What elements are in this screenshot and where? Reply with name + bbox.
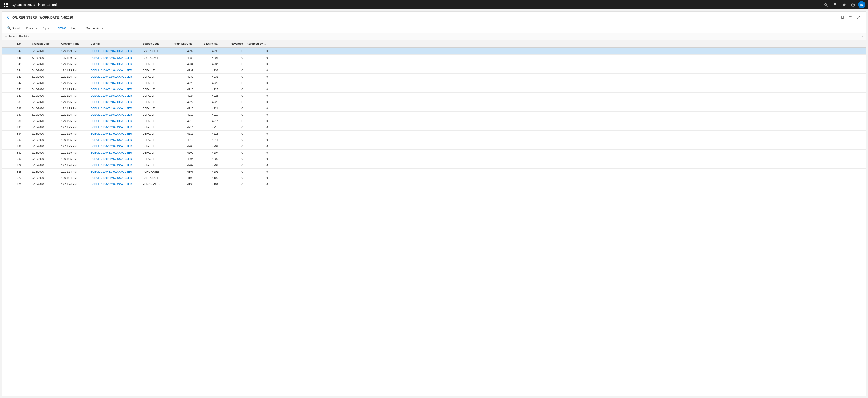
table-row[interactable]: 8295/18/202012:21:24 PMBCBUILD100V3246\L… xyxy=(2,162,866,168)
cell-user-id[interactable]: BCBUILD100V3246\LOCALUSER xyxy=(89,55,141,60)
cell-creation-date: 5/18/2020 xyxy=(30,112,59,117)
waffle-menu-button[interactable] xyxy=(3,1,10,8)
cell-source-code: DEFAULT xyxy=(141,144,170,149)
back-button[interactable] xyxy=(6,15,10,20)
cell-user-id[interactable]: BCBUILD100V3246\LOCALUSER xyxy=(89,150,141,155)
cell-user-id[interactable]: BCBUILD100V3246\LOCALUSER xyxy=(89,182,141,187)
table-row[interactable]: 8365/18/202012:21:25 PMBCBUILD100V3246\L… xyxy=(2,118,866,124)
cell-menu[interactable]: ⋯ xyxy=(23,48,30,55)
col-header-reversed-by[interactable]: Reversed by Reg. No. xyxy=(245,41,270,47)
cell-user-id[interactable]: BCBUILD100V3246\LOCALUSER xyxy=(89,87,141,92)
cell-user-id[interactable]: BCBUILD100V3246\LOCALUSER xyxy=(89,74,141,79)
table-row[interactable]: 847⋯5/18/202012:21:29 PMBCBUILD100V3246\… xyxy=(2,48,866,55)
table-row[interactable]: 8395/18/202012:21:25 PMBCBUILD100V3246\L… xyxy=(2,99,866,105)
notifications-icon-btn[interactable] xyxy=(831,1,839,9)
table-row[interactable]: 8465/18/202012:21:29 PMBCBUILD100V3246\L… xyxy=(2,55,866,61)
cell-user-id[interactable]: BCBUILD100V3246\LOCALUSER xyxy=(89,163,141,168)
toolbar-page-button[interactable]: Page xyxy=(69,25,81,31)
svg-rect-1 xyxy=(6,3,7,4)
bookmark-button[interactable] xyxy=(839,14,846,21)
cell-creation-time: 12:21:25 PM xyxy=(59,138,89,142)
cell-user-id[interactable]: BCBUILD100V3246\LOCALUSER xyxy=(89,100,141,105)
table-row[interactable]: 8455/18/202012:21:26 PMBCBUILD100V3246\L… xyxy=(2,61,866,67)
table-row[interactable]: 8415/18/202012:21:25 PMBCBUILD100V3246\L… xyxy=(2,86,866,93)
page-header: G/L REGISTERS | WORK DATE: 4/6/2020 xyxy=(2,11,866,24)
table-row[interactable]: 8435/18/202012:21:25 PMBCBUILD100V3246\L… xyxy=(2,74,866,80)
settings-icon-btn[interactable] xyxy=(840,1,848,9)
filter-button[interactable] xyxy=(848,24,856,32)
cell-user-id[interactable]: BCBUILD100V3246\LOCALUSER xyxy=(89,80,141,86)
col-header-source-code[interactable]: Source Code xyxy=(141,41,170,47)
table-row[interactable]: 8385/18/202012:21:25 PMBCBUILD100V3246\L… xyxy=(2,105,866,111)
table-row[interactable]: 8305/18/202012:21:25 PMBCBUILD100V3246\L… xyxy=(2,156,866,162)
cell-user-id[interactable]: BCBUILD100V3246\LOCALUSER xyxy=(89,131,141,136)
row-context-menu-button[interactable]: ⋯ xyxy=(25,48,30,54)
cell-user-id[interactable]: BCBUILD100V3246\LOCALUSER xyxy=(89,68,141,73)
table-row[interactable]: 8425/18/202012:21:25 PMBCBUILD100V3246\L… xyxy=(2,80,866,86)
cell-reversed: 0 xyxy=(220,169,245,174)
cell-menu xyxy=(23,101,30,103)
table-row[interactable]: 8375/18/202012:21:25 PMBCBUILD100V3246\L… xyxy=(2,111,866,118)
cell-user-id[interactable]: BCBUILD100V3246\LOCALUSER xyxy=(89,119,141,124)
table-row[interactable]: 8275/18/202012:21:24 PMBCBUILD100V3246\L… xyxy=(2,175,866,181)
cell-creation-date: 5/18/2020 xyxy=(30,131,59,136)
table-row[interactable]: 8445/18/202012:21:25 PMBCBUILD100V3246\L… xyxy=(2,67,866,74)
open-new-button[interactable] xyxy=(847,14,854,21)
cell-reversed-by: 0 xyxy=(245,80,270,86)
cell-creation-date: 5/18/2020 xyxy=(30,106,59,111)
cell-user-id[interactable]: BCBUILD100V3246\LOCALUSER xyxy=(89,48,141,54)
cell-user-id[interactable]: BCBUILD100V3246\LOCALUSER xyxy=(89,175,141,180)
cell-creation-time: 12:21:29 PM xyxy=(59,55,89,60)
col-header-creation-time[interactable]: Creation Time xyxy=(59,41,89,47)
user-avatar[interactable]: IK xyxy=(858,1,865,8)
svg-rect-6 xyxy=(4,6,5,7)
table-row[interactable]: 8345/18/202012:21:25 PMBCBUILD100V3246\L… xyxy=(2,131,866,137)
table-row[interactable]: 8285/18/202012:21:24 PMBCBUILD100V3246\L… xyxy=(2,168,866,175)
toolbar-search-button[interactable]: 🔍 Search xyxy=(5,25,23,31)
cell-user-id[interactable]: BCBUILD100V3246\LOCALUSER xyxy=(89,144,141,149)
cell-to-entry: 4219 xyxy=(195,112,220,117)
search-icon-btn[interactable] xyxy=(822,1,830,9)
table-row[interactable]: 8405/18/202012:21:25 PMBCBUILD100V3246\L… xyxy=(2,93,866,99)
cell-reversed: 0 xyxy=(220,93,245,98)
col-header-creation-date[interactable]: Creation Date xyxy=(30,41,59,47)
col-header-user-id[interactable]: User ID xyxy=(89,41,141,47)
cell-source-code: DEFAULT xyxy=(141,80,170,86)
cell-from-entry: 4210 xyxy=(170,138,195,142)
table-row[interactable]: 8325/18/202012:21:25 PMBCBUILD100V3246\L… xyxy=(2,143,866,150)
view-toggle-button[interactable] xyxy=(856,24,863,32)
cell-source-code: DEFAULT xyxy=(141,93,170,98)
table-row[interactable]: 8265/18/202012:21:24 PMBCBUILD100V3246\L… xyxy=(2,181,866,188)
col-header-reversed[interactable]: Reversed xyxy=(220,41,245,47)
cell-user-id[interactable]: BCBUILD100V3246\LOCALUSER xyxy=(89,157,141,162)
help-icon-btn[interactable]: ? xyxy=(849,1,857,9)
toolbar-report-button[interactable]: Report xyxy=(39,25,53,31)
col-header-from-entry[interactable]: From Entry No. xyxy=(170,41,195,47)
cell-to-entry: 4213 xyxy=(195,131,220,136)
col-header-to-entry[interactable]: To Entry No. xyxy=(195,41,220,47)
cell-menu xyxy=(23,177,30,179)
cell-reversed-by: 0 xyxy=(245,175,270,180)
toolbar-reverse-button[interactable]: Reverse xyxy=(53,25,68,31)
cell-user-id[interactable]: BCBUILD100V3246\LOCALUSER xyxy=(89,138,141,142)
cell-reversed: 0 xyxy=(220,150,245,155)
table-row[interactable]: 8315/18/202012:21:25 PMBCBUILD100V3246\L… xyxy=(2,150,866,156)
cell-menu xyxy=(23,120,30,122)
expand-button[interactable] xyxy=(855,14,862,21)
cell-user-id[interactable]: BCBUILD100V3246\LOCALUSER xyxy=(89,93,141,98)
cell-reversed-by: 0 xyxy=(245,93,270,98)
col-header-no[interactable]: No. xyxy=(3,41,23,47)
cell-user-id[interactable]: BCBUILD100V3246\LOCALUSER xyxy=(89,169,141,174)
cell-user-id[interactable]: BCBUILD100V3246\LOCALUSER xyxy=(89,125,141,130)
toolbar: 🔍 Search Process Report Reverse Page Mor… xyxy=(2,24,866,33)
cell-user-id[interactable]: BCBUILD100V3246\LOCALUSER xyxy=(89,62,141,67)
toolbar-process-button[interactable]: Process xyxy=(24,25,39,31)
cell-user-id[interactable]: BCBUILD100V3246\LOCALUSER xyxy=(89,112,141,117)
table-row[interactable]: 8355/18/202012:21:25 PMBCBUILD100V3246\L… xyxy=(2,124,866,131)
toolbar-more-button[interactable]: More options xyxy=(84,25,105,31)
cell-user-id[interactable]: BCBUILD100V3246\LOCALUSER xyxy=(89,106,141,111)
table-area[interactable]: 847⋯5/18/202012:21:29 PMBCBUILD100V3246\… xyxy=(2,48,866,396)
table-row[interactable]: 8335/18/202012:21:25 PMBCBUILD100V3246\L… xyxy=(2,137,866,143)
cell-creation-time: 12:21:25 PM xyxy=(59,93,89,98)
filter-clear-button[interactable]: ↗ xyxy=(861,35,863,38)
